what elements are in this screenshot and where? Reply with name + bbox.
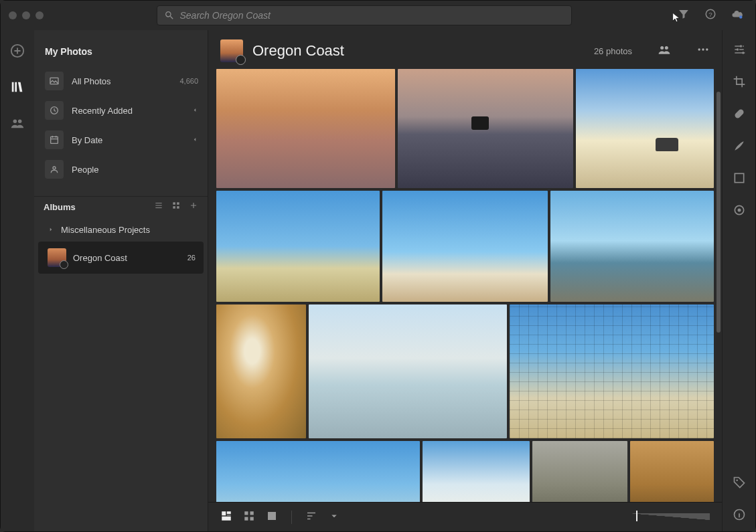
svg-point-17 xyxy=(702,48,704,50)
linear-gradient-icon[interactable] xyxy=(732,171,747,185)
app-window: Search Oregon Coast ? My Photos All Phot… xyxy=(0,0,756,532)
chevron-left-icon xyxy=(192,106,198,116)
svg-rect-23 xyxy=(244,511,248,515)
maximize-window[interactable] xyxy=(35,11,44,19)
search-input[interactable]: Search Oregon Coast xyxy=(157,5,572,25)
photo-thumbnail[interactable] xyxy=(216,304,306,438)
album-thumbnail xyxy=(48,248,66,267)
grid-view-icon[interactable] xyxy=(171,201,181,213)
svg-point-14 xyxy=(660,46,664,50)
svg-rect-22 xyxy=(222,516,231,520)
view-toolbar xyxy=(208,502,722,531)
album-header-thumbnail xyxy=(220,39,243,62)
photo-thumbnail[interactable] xyxy=(532,441,627,502)
svg-rect-8 xyxy=(51,137,58,143)
more-icon[interactable] xyxy=(696,43,710,59)
album-count: 26 xyxy=(187,254,196,262)
photo-thumbnail[interactable] xyxy=(630,441,714,502)
heal-icon[interactable] xyxy=(732,106,747,121)
photo-thumbnail[interactable] xyxy=(382,191,548,302)
crop-icon[interactable] xyxy=(732,74,747,89)
view-square-grid-icon[interactable] xyxy=(243,510,255,525)
albums-label: Albums xyxy=(44,202,76,212)
radial-gradient-icon[interactable] xyxy=(732,203,747,217)
main-content: Oregon Coast 26 photos xyxy=(208,30,722,531)
view-photo-grid-icon[interactable] xyxy=(220,510,232,525)
album-misc-projects[interactable]: Miscellaneous Projects xyxy=(38,218,204,242)
photo-thumbnail[interactable] xyxy=(216,441,420,502)
photo-thumbnail[interactable] xyxy=(216,191,380,302)
album-oregon-coast[interactable]: Oregon Coast 26 xyxy=(38,242,204,274)
sort-icon[interactable] xyxy=(305,510,317,525)
album-label: Oregon Coast xyxy=(73,253,127,263)
albums-header: Albums xyxy=(34,196,208,218)
sort-dropdown-icon[interactable] xyxy=(328,510,340,525)
zoom-slider[interactable] xyxy=(629,513,710,521)
svg-rect-11 xyxy=(177,202,179,205)
svg-point-9 xyxy=(53,167,56,169)
sharing-tab[interactable] xyxy=(9,114,26,132)
svg-rect-13 xyxy=(177,206,179,209)
photos-icon xyxy=(49,76,60,86)
sidebar-item-recently-added[interactable]: Recently Added xyxy=(34,96,208,125)
svg-rect-19 xyxy=(222,511,226,515)
svg-rect-27 xyxy=(268,512,276,520)
svg-rect-21 xyxy=(227,515,231,515)
chevron-right-icon xyxy=(48,225,54,235)
person-icon xyxy=(49,164,60,175)
photo-thumbnail[interactable] xyxy=(423,441,530,502)
sidebar-item-people[interactable]: People xyxy=(34,155,208,184)
sidebar-item-label: People xyxy=(72,165,98,175)
photo-count-label: 26 photos xyxy=(594,46,632,56)
svg-rect-10 xyxy=(173,202,175,205)
add-album-icon[interactable] xyxy=(189,201,198,213)
nav-rail xyxy=(1,30,34,531)
photo-thumbnail[interactable] xyxy=(510,304,714,438)
album-header: Oregon Coast 26 photos xyxy=(208,30,722,69)
album-title: Oregon Coast xyxy=(252,42,344,60)
svg-rect-24 xyxy=(250,511,254,515)
photo-grid[interactable] xyxy=(208,69,722,502)
photo-thumbnail[interactable] xyxy=(309,304,508,438)
photo-thumbnail[interactable] xyxy=(550,191,714,302)
svg-point-4 xyxy=(13,120,17,124)
help-icon[interactable]: ? xyxy=(704,8,716,23)
svg-rect-20 xyxy=(227,511,231,514)
edit-rail xyxy=(722,30,755,531)
add-button[interactable] xyxy=(9,42,26,60)
svg-text:?: ? xyxy=(708,11,712,18)
sidebar-item-all-photos[interactable]: All Photos 4,660 xyxy=(34,66,208,96)
view-detail-icon[interactable] xyxy=(266,510,278,525)
svg-point-30 xyxy=(742,52,744,54)
svg-point-16 xyxy=(698,48,700,50)
window-controls xyxy=(9,11,44,19)
info-icon[interactable] xyxy=(732,507,747,522)
minimize-window[interactable] xyxy=(22,11,30,19)
close-window[interactable] xyxy=(9,11,17,19)
sidebar-item-label: By Date xyxy=(72,135,102,145)
edit-sliders-icon[interactable] xyxy=(732,42,747,57)
clock-icon xyxy=(49,105,60,116)
library-tab[interactable] xyxy=(9,78,26,96)
svg-point-34 xyxy=(737,209,741,212)
svg-rect-31 xyxy=(733,108,744,119)
svg-rect-26 xyxy=(250,517,254,520)
keywords-icon[interactable] xyxy=(732,475,747,490)
photo-thumbnail[interactable] xyxy=(576,69,714,188)
photo-thumbnail[interactable] xyxy=(398,69,573,188)
sidebar-item-label: All Photos xyxy=(72,76,111,86)
filter-icon[interactable] xyxy=(678,8,690,23)
sidebar-section-title: My Photos xyxy=(34,30,208,66)
list-view-icon[interactable] xyxy=(154,201,163,213)
brush-icon[interactable] xyxy=(732,139,747,153)
svg-point-2 xyxy=(739,15,743,19)
svg-rect-25 xyxy=(244,517,248,520)
cloud-icon[interactable] xyxy=(731,8,743,23)
svg-rect-32 xyxy=(735,173,743,182)
album-label: Miscellaneous Projects xyxy=(61,225,150,235)
scrollbar[interactable] xyxy=(716,92,721,333)
sidebar-item-by-date[interactable]: By Date xyxy=(34,125,208,155)
svg-point-29 xyxy=(736,48,738,50)
share-icon[interactable] xyxy=(658,43,671,59)
photo-thumbnail[interactable] xyxy=(216,69,395,188)
